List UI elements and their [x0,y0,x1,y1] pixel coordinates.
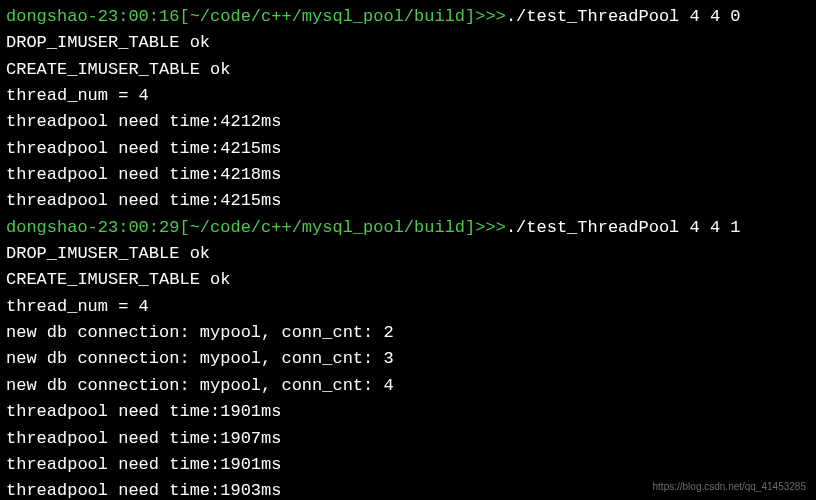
prompt-line[interactable]: dongshao-23:00:29[~/code/c++/mysql_pool/… [6,215,810,241]
command-text: ./test_ThreadPool 4 4 0 [506,7,741,26]
output-line: threadpool need time:1901ms [6,452,810,478]
output-line: thread_num = 4 [6,83,810,109]
terminal[interactable]: dongshao-23:00:16[~/code/c++/mysql_pool/… [6,4,810,500]
output-line: threadpool need time:4215ms [6,188,810,214]
output-line: threadpool need time:4218ms [6,162,810,188]
command-text: ./test_ThreadPool 4 4 1 [506,218,741,237]
output-line: threadpool need time:1901ms [6,399,810,425]
prompt-marker: >>> [475,7,506,26]
output-line: CREATE_IMUSER_TABLE ok [6,267,810,293]
output-line: DROP_IMUSER_TABLE ok [6,241,810,267]
output-line: new db connection: mypool, conn_cnt: 3 [6,346,810,372]
output-line: thread_num = 4 [6,294,810,320]
prompt-user-host: dongshao-23:00:16[~/code/c++/mysql_pool/… [6,7,475,26]
output-line: CREATE_IMUSER_TABLE ok [6,57,810,83]
watermark-text: https://blog.csdn.net/qq_41453285 [653,479,806,495]
prompt-user-host: dongshao-23:00:29[~/code/c++/mysql_pool/… [6,218,475,237]
prompt-marker: >>> [475,218,506,237]
output-line: DROP_IMUSER_TABLE ok [6,30,810,56]
prompt-line[interactable]: dongshao-23:00:16[~/code/c++/mysql_pool/… [6,4,810,30]
output-line: new db connection: mypool, conn_cnt: 2 [6,320,810,346]
output-line: threadpool need time:4215ms [6,136,810,162]
output-line: new db connection: mypool, conn_cnt: 4 [6,373,810,399]
output-line: threadpool need time:1907ms [6,426,810,452]
output-line: threadpool need time:4212ms [6,109,810,135]
